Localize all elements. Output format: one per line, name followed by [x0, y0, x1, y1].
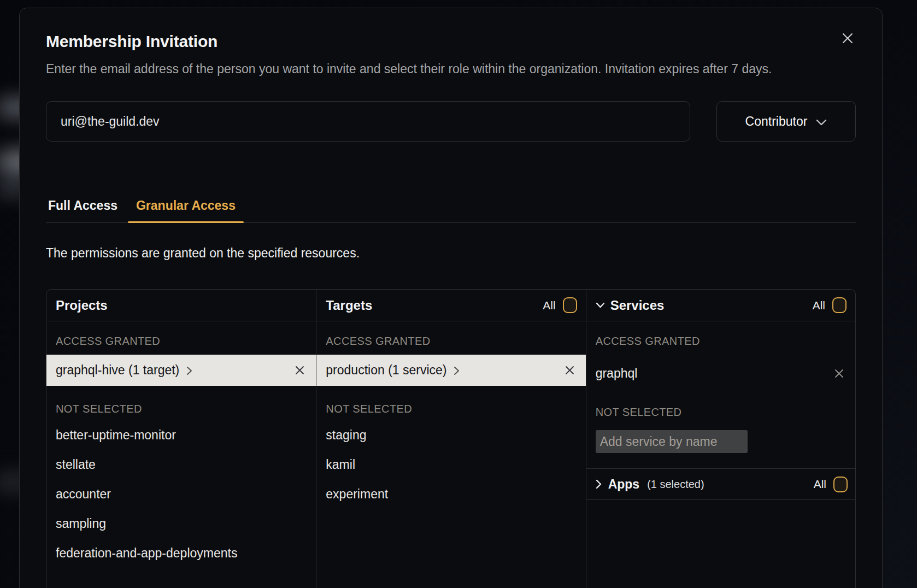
project-item[interactable]: stellate [46, 450, 316, 479]
resources-table: Projects Targets All Services All [46, 289, 856, 588]
chevron-right-icon [596, 479, 602, 489]
remove-target-button[interactable] [563, 364, 576, 377]
targets-header: Targets All [316, 290, 585, 321]
projects-not-selected-label: NOT SELECTED [46, 403, 316, 415]
targets-all-checkbox[interactable] [563, 297, 577, 313]
apps-all-label: All [814, 478, 826, 491]
services-header[interactable]: Services All [586, 290, 855, 321]
services-not-selected-label: NOT SELECTED [586, 406, 855, 419]
target-granted-name: production (1 service) [326, 363, 446, 378]
targets-all-label: All [543, 299, 555, 312]
invite-form-row: Contributor [46, 101, 856, 142]
project-item[interactable]: accounter [46, 479, 316, 509]
permissions-note: The permissions are granted on the speci… [46, 246, 856, 261]
apps-expand-row[interactable]: Apps (1 selected) All [586, 468, 855, 500]
resources-table-header: Projects Targets All Services All [46, 290, 855, 321]
project-granted-row[interactable]: graphql-hive (1 target) [46, 355, 316, 386]
dialog-title: Membership Invitation [46, 32, 856, 51]
projects-header: Projects [46, 290, 316, 321]
remove-service-button[interactable] [833, 367, 845, 380]
services-column: ACCESS GRANTED graphql NOT SELECTED [586, 321, 855, 588]
membership-invitation-dialog: Membership Invitation Enter the email ad… [19, 8, 883, 588]
targets-not-selected-label: NOT SELECTED [316, 403, 585, 415]
services-access-granted-label: ACCESS GRANTED [586, 335, 855, 348]
chevron-right-icon [454, 366, 460, 375]
targets-column: ACCESS GRANTED production (1 service) [316, 321, 585, 588]
role-select[interactable]: Contributor [716, 101, 856, 142]
project-item[interactable]: federation-and-app-deployments [46, 538, 316, 568]
targets-access-granted-label: ACCESS GRANTED [316, 335, 585, 348]
remove-icon [565, 365, 575, 375]
target-item[interactable]: experiment [316, 479, 585, 509]
role-selected-value: Contributor [745, 114, 808, 129]
chevron-down-icon [596, 302, 605, 308]
invite-email-input[interactable] [46, 101, 690, 142]
service-granted-name: graphql [596, 366, 638, 381]
project-item[interactable]: better-uptime-monitor [46, 420, 316, 450]
targets-title: Targets [326, 298, 372, 313]
target-item[interactable]: staging [316, 420, 585, 450]
target-item[interactable]: kamil [316, 450, 585, 479]
project-item[interactable]: sampling [46, 509, 316, 538]
chevron-down-icon [816, 119, 827, 126]
services-all-checkbox[interactable] [832, 297, 847, 313]
target-granted-row[interactable]: production (1 service) [316, 355, 585, 386]
services-title: Services [610, 298, 665, 313]
resources-table-body: ACCESS GRANTED graphql-hive (1 target) [46, 321, 855, 588]
close-icon [840, 31, 855, 45]
apps-all-checkbox[interactable] [833, 477, 848, 492]
chevron-right-icon [186, 366, 192, 375]
add-service-input[interactable] [596, 430, 748, 453]
project-granted-name: graphql-hive (1 target) [56, 363, 179, 378]
apps-selected-count: (1 selected) [647, 478, 704, 491]
services-all-label: All [813, 299, 825, 312]
projects-access-granted-label: ACCESS GRANTED [46, 335, 316, 348]
remove-icon [295, 365, 305, 375]
dialog-description: Enter the email address of the person yo… [46, 58, 833, 79]
access-tabs: Full Access Granular Access [46, 198, 856, 223]
tab-granular-access[interactable]: Granular Access [128, 198, 244, 222]
apps-title: Apps [608, 477, 640, 492]
projects-title: Projects [56, 298, 108, 313]
remove-icon [834, 368, 844, 379]
tab-full-access[interactable]: Full Access [46, 198, 126, 222]
projects-column: ACCESS GRANTED graphql-hive (1 target) [46, 321, 316, 588]
remove-project-button[interactable] [293, 364, 306, 377]
service-granted-row[interactable]: graphql [586, 358, 855, 389]
close-button[interactable] [838, 29, 857, 48]
